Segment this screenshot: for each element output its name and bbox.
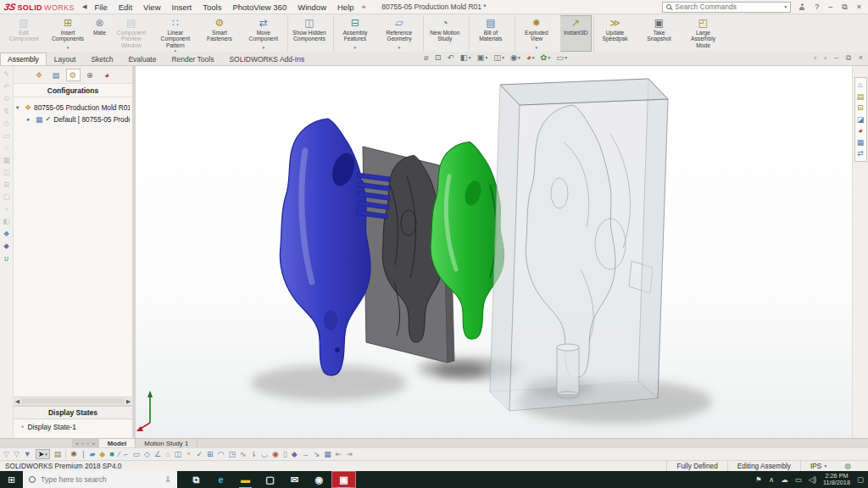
doc-restore-button[interactable]: ⧉ — [846, 53, 851, 63]
chrome-icon[interactable]: ◉ — [307, 471, 331, 488]
ribbon-bill-of-materials[interactable]: ▤ Bill of Materials — [469, 15, 513, 52]
left-tool-rebuild-icon[interactable]: ↶ — [3, 83, 9, 91]
menu-item[interactable]: Tools — [203, 3, 221, 12]
store-icon[interactable]: ▢ — [258, 471, 282, 488]
tab-layout[interactable]: Layout — [47, 53, 84, 65]
view-orientation-icon[interactable]: ▣▾ — [476, 53, 487, 62]
restore-button[interactable]: ⧉ — [842, 3, 847, 12]
tab-propertymanager[interactable]: ▤ — [49, 69, 64, 81]
section-view-icon[interactable]: ◧▾ — [460, 53, 471, 62]
ribbon-mate[interactable]: ⊗ Mate — [90, 15, 109, 52]
pattern-tool[interactable]: ◆ — [292, 450, 298, 458]
arrow-right-tool[interactable]: → — [302, 450, 309, 458]
taskpane-file-explorer-icon[interactable]: ⊟ — [857, 104, 864, 112]
select-tool[interactable]: ➤▾ — [36, 449, 50, 459]
ribbon-show-hidden-components[interactable]: ◫ Show Hidden Components — [287, 15, 331, 52]
left-tool-part-icon[interactable]: ◆ — [3, 242, 9, 250]
tab-nav-arrow[interactable]: » — [91, 441, 96, 446]
status-editing-assembly[interactable]: Editing Assembly — [727, 461, 800, 471]
network-icon[interactable]: ▭ — [795, 475, 802, 484]
doc-minimize-button[interactable]: – — [834, 53, 838, 63]
ribbon-assembly-features[interactable]: ⊟ Assembly Features ▾ — [333, 15, 377, 52]
arrow-down-tool[interactable]: ↘ — [314, 450, 320, 458]
ribbon-reference-geometry[interactable]: ▱ Reference Geometry ▾ — [377, 15, 421, 52]
taskbar-search-input[interactable] — [41, 475, 159, 484]
tab-configurationmanager[interactable]: ⚙ — [66, 69, 81, 81]
sketch-origin-tool[interactable]: ✱ — [65, 450, 77, 458]
taskpane-appearances-icon[interactable]: ◕ — [858, 127, 862, 135]
taskpane-solidworks-resources-icon[interactable]: ⌂ — [858, 81, 862, 89]
menu-item[interactable]: View — [143, 3, 160, 12]
display-state-item[interactable]: ◔ Display State-1 — [14, 419, 132, 438]
corner-tool[interactable]: ⌐ — [124, 450, 128, 458]
tab-dimxpertmanager[interactable]: ⊕ — [83, 69, 97, 81]
tab-nav-arrow[interactable]: › — [86, 441, 90, 446]
user-account-icon[interactable] — [798, 3, 805, 10]
tab-render-tools[interactable]: Render Tools — [164, 53, 221, 65]
drop-tool[interactable]: ⇂ — [250, 450, 257, 458]
arc-tool[interactable]: ◠ — [218, 450, 225, 458]
status-units[interactable]: IPS▾ — [800, 461, 836, 471]
graphics-viewport[interactable] — [136, 66, 852, 438]
tab-solidworks-add-ins[interactable]: SOLIDWORKS Add-Ins — [221, 53, 312, 65]
edit-appearance-icon[interactable]: ◕▾ — [526, 53, 535, 62]
mirror-tool[interactable]: ◫ — [174, 450, 181, 458]
measure-tool[interactable]: ⚬ — [186, 450, 192, 458]
tray-status-icon[interactable]: ⚑ — [755, 475, 762, 484]
ribbon-exploded-view[interactable]: ✸ Exploded View ▾ — [515, 15, 559, 52]
check-tool[interactable]: ✓ — [196, 450, 203, 458]
zoom-to-area-icon[interactable]: ⊡ — [435, 53, 442, 62]
help-button[interactable]: ? — [815, 3, 819, 11]
ribbon-insert-components[interactable]: ⊞ Insert Components ▾ — [46, 15, 90, 52]
tab-evaluate[interactable]: Evaluate — [120, 53, 164, 65]
left-tool-home-icon[interactable]: ⌂ — [4, 144, 8, 152]
tab-model[interactable]: Model — [99, 439, 136, 447]
taskbar-clock[interactable]: 2:26 PM 11/8/2018 — [823, 473, 850, 486]
left-tool-half-icon[interactable]: ◧ — [3, 218, 9, 225]
grid-tool[interactable]: ⊞ — [207, 450, 214, 458]
home-view-tool[interactable]: ⌂ — [165, 450, 170, 458]
ribbon-edit-component[interactable]: ▧ Edit Component — [2, 15, 46, 52]
scroll-left-arrow[interactable]: ◀ — [15, 398, 19, 405]
align-left-tool[interactable]: ⇤ — [336, 450, 342, 458]
spline-tool[interactable]: ∿ — [240, 450, 247, 458]
ribbon-large-assembly-mode[interactable]: ◰ Large Assembly Mode — [682, 15, 726, 52]
action-center-icon[interactable]: ▢ — [857, 475, 864, 484]
left-tool-rect-icon[interactable]: ▭ — [3, 132, 9, 140]
tab-nav-arrow[interactable]: « — [75, 441, 80, 446]
left-tool-diamond-icon[interactable]: ◇ — [3, 119, 9, 127]
zoom-to-fit-icon[interactable]: ⌀ — [424, 53, 429, 62]
tree-item-configurations-root[interactable]: ▾ ❖ 80755-05 Production Mold R01 Config.… — [16, 102, 130, 114]
previous-view-icon[interactable]: ↶ — [448, 53, 454, 62]
left-tool-box-icon[interactable]: ▢ — [3, 193, 9, 201]
onedrive-icon[interactable]: ☁ — [781, 475, 788, 484]
ribbon-move-component[interactable]: ⇄ Move Component ▾ — [242, 15, 286, 52]
microphone-icon[interactable]: ⇩ — [164, 475, 171, 484]
transparent-mold-block-front[interactable] — [500, 79, 668, 411]
search-dropdown-caret[interactable]: ▾ — [785, 4, 787, 9]
menu-item[interactable]: Help — [337, 3, 354, 12]
taskpane-forum-icon[interactable]: ⇄ — [857, 150, 864, 158]
surface-tool[interactable]: ◆ — [99, 450, 105, 458]
polygon-tool[interactable]: ◇ — [144, 450, 150, 458]
tree-expand-caret[interactable]: ▾ — [16, 102, 22, 114]
table-tool[interactable]: ▦ — [324, 450, 331, 458]
left-tool-split-icon[interactable]: ◫ — [3, 169, 9, 176]
solid-body-tool[interactable]: ■ — [109, 450, 114, 458]
taskpane-design-library-icon[interactable]: ▤ — [857, 93, 865, 101]
scroll-right-arrow[interactable]: ▶ — [126, 398, 131, 405]
solidworks-app-icon[interactable]: ▣ — [331, 471, 356, 488]
vertical-line-tool[interactable]: ∣ — [81, 450, 86, 458]
doc-close-button[interactable]: × — [859, 53, 863, 63]
status-globe-icon[interactable]: ◍ — [836, 462, 851, 470]
menu-collapse-arrow[interactable]: ◀ — [82, 3, 86, 10]
left-tool-feature-icon[interactable]: ❖ — [3, 230, 10, 238]
ribbon-new-motion-study[interactable]: ◔ New Motion Study — [423, 15, 467, 52]
start-button[interactable]: ⊞ — [0, 471, 23, 488]
selection-filter-toggle[interactable]: ▼ — [24, 450, 31, 458]
hidden-icons-chevron[interactable]: ∧ — [769, 475, 774, 484]
menu-item[interactable]: PhotoView 360 — [232, 3, 287, 12]
task-view-button[interactable]: ⧉ — [184, 471, 209, 488]
left-tool-spline-icon[interactable]: ∪ — [3, 255, 8, 263]
tab-featuremanager[interactable]: ❖ — [32, 69, 47, 81]
